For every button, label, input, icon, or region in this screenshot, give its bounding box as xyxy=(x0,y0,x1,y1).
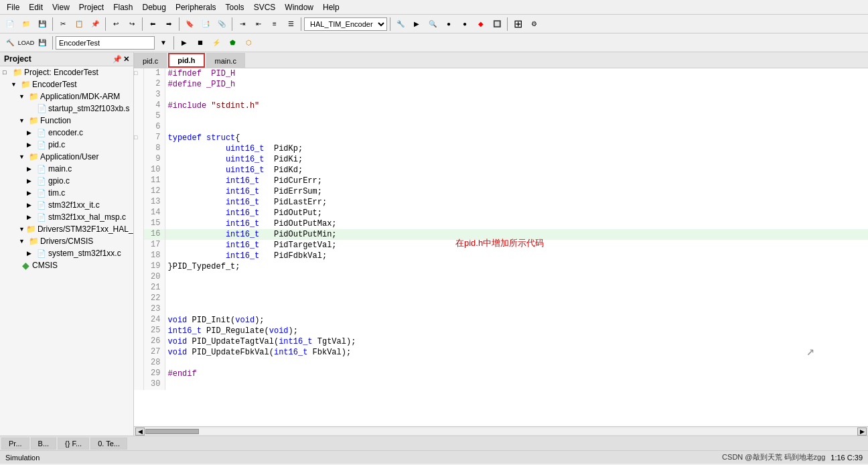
tree-stm32msp-item[interactable]: ▶ 📄 stm32f1xx_hal_msp.c xyxy=(24,211,133,223)
unindent-button[interactable]: ⇤ xyxy=(251,17,266,31)
tab-pid-h[interactable]: pid.h xyxy=(168,53,204,68)
bookmark-button[interactable]: 🔖 xyxy=(182,17,197,31)
redo-button[interactable]: ↪ xyxy=(125,17,139,31)
tab-main-c[interactable]: main.c xyxy=(206,53,245,68)
menu-file[interactable]: File xyxy=(3,1,23,13)
target-btn[interactable]: ⬡ xyxy=(241,36,256,50)
cut-button[interactable]: ✂ xyxy=(56,17,70,31)
format2-button[interactable]: ☰ xyxy=(283,17,298,31)
h-scrollbar[interactable]: ◀ ▶ xyxy=(134,426,868,436)
new-button[interactable]: 📄 xyxy=(3,17,17,31)
bottom-tab-f[interactable]: {} F... xyxy=(58,438,89,450)
encoder-c-label: encoder.c xyxy=(48,128,83,137)
copy-button[interactable]: 📋 xyxy=(72,17,86,31)
expand-stm32it-icon[interactable]: ▶ xyxy=(27,202,35,208)
scroll-right-btn[interactable]: ▶ xyxy=(857,427,867,436)
green-btn[interactable]: ⬟ xyxy=(225,36,240,50)
tree-pid-c-item[interactable]: ▶ 📄 pid.c xyxy=(24,139,133,151)
nav-back-button[interactable]: ⬅ xyxy=(145,17,160,31)
save-button[interactable]: 💾 xyxy=(35,17,50,31)
tree-function-item[interactable]: ▼ 📁 Function xyxy=(16,115,133,127)
expand-pid-c-icon[interactable]: ▶ xyxy=(27,141,35,148)
nav-fwd-button[interactable]: ➡ xyxy=(161,17,176,31)
menu-tools[interactable]: Tools xyxy=(222,1,248,13)
target-dropdown[interactable]: HAL_TIM_Encoder xyxy=(304,17,387,31)
tree-project-item[interactable]: □ 📁 Project: EncoderTest xyxy=(0,66,133,78)
tree-cmsis-item[interactable]: ◆ CMSIS xyxy=(8,259,133,271)
menu-bar: File Edit View Project Flash Debug Perip… xyxy=(0,0,868,15)
run-btn[interactable]: ▶ xyxy=(177,36,192,50)
tim-label: tim.c xyxy=(48,188,65,198)
menu-peripherals[interactable]: Peripherals xyxy=(171,1,220,13)
expand-appuser-icon[interactable]: ▼ xyxy=(19,153,27,160)
stop-button[interactable]: ◆ xyxy=(474,17,488,31)
paste-button[interactable]: 📌 xyxy=(88,17,102,31)
h-scroll-thumb[interactable] xyxy=(145,429,199,434)
expand-encoder-icon[interactable]: ▼ xyxy=(11,81,19,88)
dot2-button[interactable]: ● xyxy=(457,17,472,31)
open-button[interactable]: 📁 xyxy=(19,17,33,31)
tab-pid-c[interactable]: pid.c xyxy=(134,53,167,68)
bottom-tab-pr[interactable]: Pr... xyxy=(1,438,29,450)
expand-function-icon[interactable]: ▼ xyxy=(19,117,27,124)
expand-icon[interactable]: □ xyxy=(3,69,11,76)
load-button[interactable]: LOAD xyxy=(19,36,33,50)
sidebar-pin-icon[interactable]: 📌 xyxy=(113,55,122,64)
expand-encoder-c-icon[interactable]: ▶ xyxy=(27,129,35,136)
project-dropdown-btn[interactable]: ▼ xyxy=(156,36,171,50)
expand-mdk-icon[interactable]: ▼ xyxy=(19,93,27,100)
cursor-position: 1:16 C:39 xyxy=(830,454,863,462)
tree-mdk-item[interactable]: ▼ 📁 Application/MDK-ARM xyxy=(16,90,133,103)
mdk-folder-icon: 📁 xyxy=(28,92,39,101)
sidebar-close-icon[interactable]: ✕ xyxy=(123,55,129,64)
encoder-icon: 📁 xyxy=(20,80,31,89)
flash-btn[interactable]: ⚡ xyxy=(209,36,224,50)
tool2-button[interactable]: ⚙ xyxy=(526,17,541,31)
expand-stm32msp-icon[interactable]: ▶ xyxy=(27,214,35,220)
code-editor[interactable]: □1#ifndef PID_H2#define _PID_h3 4#includ… xyxy=(134,68,868,426)
tree-stm32it-item[interactable]: ▶ 📄 stm32f1xx_it.c xyxy=(24,199,133,211)
settings-button[interactable]: ⊞ xyxy=(510,17,525,31)
format-button[interactable]: ≡ xyxy=(267,17,282,31)
tree-encodertest-item[interactable]: ▼ 📁 EncoderTest xyxy=(8,78,133,90)
expand-tim-icon[interactable]: ▶ xyxy=(27,190,35,196)
bottom-tab-b[interactable]: B... xyxy=(31,438,57,450)
expand-drivers-hal-icon[interactable]: ▼ xyxy=(19,226,25,232)
search-btn[interactable]: 🔍 xyxy=(425,17,440,31)
bottom-tab-te[interactable]: 0. Te... xyxy=(90,438,127,450)
tree-appuser-item[interactable]: ▼ 📁 Application/User xyxy=(16,151,133,163)
scroll-left-btn[interactable]: ◀ xyxy=(135,427,145,436)
expand-main-c-icon[interactable]: ▶ xyxy=(27,165,35,172)
debug-run-button[interactable]: ▶ xyxy=(409,17,424,31)
tree-system-item[interactable]: ▶ 📄 system_stm32f1xx.c xyxy=(24,247,133,259)
menu-project[interactable]: Project xyxy=(75,1,108,13)
tree-startup-item[interactable]: 📄 startup_stm32f103xb.s xyxy=(24,103,133,115)
tree-main-c-item[interactable]: ▶ 📄 main.c xyxy=(24,163,133,175)
menu-help[interactable]: Help xyxy=(319,1,344,13)
build-button[interactable]: 🔧 xyxy=(393,17,408,31)
expand-system-icon[interactable]: ▶ xyxy=(27,250,35,257)
tree-drivers-cmsis-item[interactable]: ▼ 📁 Drivers/CMSIS xyxy=(16,235,133,247)
project-name-field[interactable] xyxy=(56,36,155,50)
stop2-btn[interactable]: ⏹ xyxy=(193,36,208,50)
menu-edit[interactable]: Edit xyxy=(25,1,47,13)
menu-flash[interactable]: Flash xyxy=(109,1,137,13)
menu-debug[interactable]: Debug xyxy=(139,1,170,13)
save2-button[interactable]: 💾 xyxy=(35,36,50,50)
bookmark3-button[interactable]: 📎 xyxy=(214,17,229,31)
tree-tim-item[interactable]: ▶ 📄 tim.c xyxy=(24,187,133,199)
bookmark2-button[interactable]: 📑 xyxy=(198,17,213,31)
menu-window[interactable]: Window xyxy=(281,1,317,13)
expand-drivers-cmsis-icon[interactable]: ▼ xyxy=(19,238,27,245)
indent-button[interactable]: ⇥ xyxy=(235,17,250,31)
undo-button[interactable]: ↩ xyxy=(108,17,123,31)
tree-drivers-hal-item[interactable]: ▼ 📁 Drivers/STM32F1xx_HAL_l xyxy=(16,223,133,235)
expand-gpio-icon[interactable]: ▶ xyxy=(27,178,35,184)
tree-encoder-c-item[interactable]: ▶ 📄 encoder.c xyxy=(24,127,133,139)
tree-gpio-item[interactable]: ▶ 📄 gpio.c xyxy=(24,175,133,187)
menu-view[interactable]: View xyxy=(48,1,74,13)
menu-svcs[interactable]: SVCS xyxy=(250,1,280,13)
build2-button[interactable]: 🔨 xyxy=(3,36,17,50)
chip-button[interactable]: 🔲 xyxy=(490,17,504,31)
dot1-button[interactable]: ● xyxy=(441,17,456,31)
